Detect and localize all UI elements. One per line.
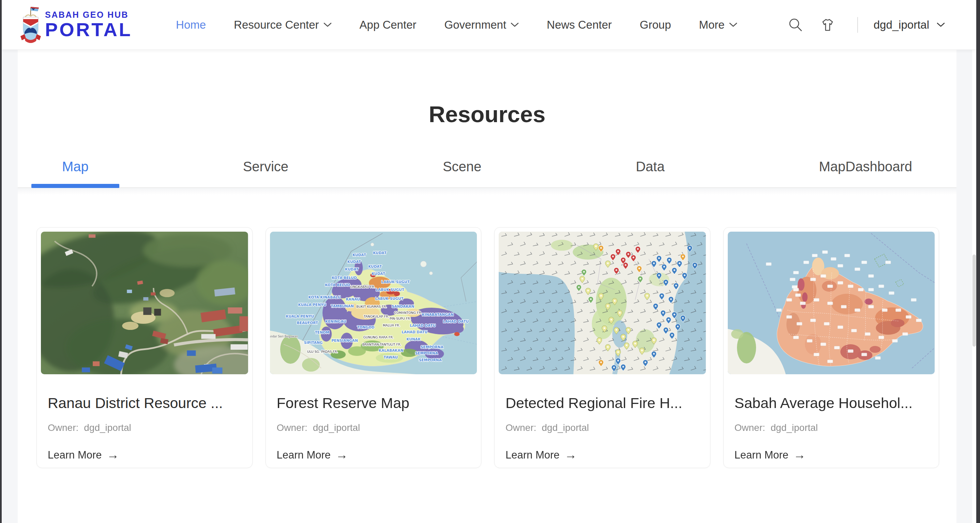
svg-text:KUDAT: KUDAT	[352, 253, 366, 257]
arrow-right-icon: →	[565, 449, 577, 461]
svg-text:KOTA BELUD: KOTA BELUD	[325, 283, 350, 287]
nav-item-government[interactable]: Government	[444, 18, 519, 31]
nav-item-more[interactable]: More	[699, 18, 737, 31]
learn-more-link[interactable]: Learn More →	[506, 449, 699, 461]
window-edge-right	[976, 0, 980, 523]
shirt-icon[interactable]	[821, 18, 835, 32]
arrow-right-icon: →	[336, 449, 348, 461]
card-owner: Owner: dgd_iportal	[506, 423, 699, 433]
svg-text:TAWAU: TAWAU	[383, 355, 398, 359]
resource-card-fire-hotspots[interactable]: Detected Regional Fire H... Owner: dgd_i…	[494, 227, 710, 468]
svg-text:KALABAKAN: KALABAKAN	[379, 348, 403, 352]
svg-text:TAMBUNAN: TAMBUNAN	[331, 304, 353, 308]
map-thumbnail-household-income	[728, 232, 935, 374]
header-actions: dgd_iportal	[788, 17, 945, 33]
resource-tabs: Map Service Scene Data MapDashboard	[18, 159, 956, 188]
resources-section: Resources Map Service Scene Data MapDash…	[18, 50, 956, 523]
svg-text:LINGKABAU FR.: LINGKABAU FR.	[350, 285, 375, 289]
vertical-scrollbar[interactable]	[972, 255, 976, 347]
svg-text:SEMPORNA: SEMPORNA	[418, 358, 442, 362]
svg-text:COMANTONG FR.: COMANTONG FR.	[394, 311, 422, 314]
owner-value: dgd_iportal	[84, 423, 131, 433]
user-menu[interactable]: dgd_iportal	[873, 18, 945, 31]
owner-label: Owner:	[48, 423, 78, 433]
owner-label: Owner:	[735, 423, 765, 433]
logo-line1: SABAH GEO HUB	[45, 11, 132, 19]
chevron-down-icon	[729, 22, 737, 27]
page-gutter-left	[2, 50, 18, 523]
card-owner: Owner: dgd_iportal	[735, 423, 928, 433]
svg-text:KUDAT: KUDAT	[373, 251, 387, 255]
chevron-down-icon	[937, 22, 945, 27]
svg-text:TONGOD: TONGOD	[357, 325, 374, 329]
card-title: Forest Reserve Map	[277, 395, 470, 411]
svg-text:TANGKULAP FR.: TANGKULAP FR.	[363, 314, 389, 318]
svg-text:LAHAD DATU: LAHAD DATU	[401, 330, 428, 334]
card-title: Ranau District Resource ...	[48, 395, 241, 411]
main-nav: Home Resource Center App Center Governme…	[132, 18, 737, 31]
map-thumbnail-forest-reserve: KUDATKUDATKUDATKUDATKUDATKUDATKOTA BELUD…	[270, 232, 477, 374]
svg-text:KOTA BELUD: KOTA BELUD	[332, 276, 357, 280]
search-icon[interactable]	[788, 18, 803, 32]
owner-label: Owner:	[506, 423, 536, 433]
svg-text:KUDAT: KUDAT	[347, 260, 361, 264]
svg-text:KINABATANGAN: KINABATANGAN	[422, 313, 453, 317]
card-title: Detected Regional Fire H...	[506, 395, 699, 411]
resource-card-ranau[interactable]: Ranau District Resource ... Owner: dgd_i…	[37, 227, 253, 468]
svg-text:KUALA PENYU: KUALA PENYU	[286, 314, 314, 318]
resource-card-household-income[interactable]: Sabah Average Househol... Owner: dgd_ipo…	[723, 227, 939, 468]
svg-text:LAHAD DATU: LAHAD DATU	[443, 319, 469, 324]
tab-scene[interactable]: Scene	[443, 159, 481, 187]
owner-label: Owner:	[277, 423, 307, 433]
tab-mapdashboard[interactable]: MapDashboard	[819, 159, 913, 187]
svg-text:SANDAKAN: SANDAKAN	[392, 304, 414, 308]
svg-text:TENOM: TENOM	[315, 330, 329, 334]
svg-text:KUALA PENYU: KUALA PENYU	[298, 303, 326, 307]
svg-text:LABUK SUGUT: LABUK SUGUT	[375, 288, 404, 292]
nav-item-app-center[interactable]: App Center	[360, 18, 417, 31]
svg-text:SEMPORNA: SEMPORNA	[420, 345, 444, 349]
tab-map[interactable]: Map	[62, 159, 89, 187]
logo-line2: PORTAL	[45, 20, 132, 39]
svg-text:PIN-SUPU FR.: PIN-SUPU FR.	[390, 317, 411, 320]
svg-text:Bandar Seri Begawan: Bandar Seri Begawan	[270, 335, 298, 338]
tab-service[interactable]: Service	[243, 159, 288, 187]
svg-text:ULU SG. PADAS FR.: ULU SG. PADAS FR.	[307, 350, 338, 354]
learn-more-link[interactable]: Learn More →	[735, 449, 928, 461]
card-owner: Owner: dgd_iportal	[277, 423, 470, 433]
card-title: Sabah Average Househol...	[735, 395, 928, 411]
map-thumbnail-fire-hotspots	[499, 232, 706, 374]
tab-data[interactable]: Data	[636, 159, 665, 187]
nav-item-group[interactable]: Group	[640, 18, 671, 31]
svg-text:BEAUFORT: BEAUFORT	[297, 321, 318, 325]
sabah-geo-hub-logo[interactable]: SABAH GEO HUB PORTAL	[20, 5, 132, 45]
card-owner: Owner: dgd_iportal	[48, 423, 241, 433]
window-edge-left	[0, 0, 2, 523]
portal-page: SABAH GEO HUB PORTAL Home Resource Cente…	[2, 0, 976, 523]
svg-text:LAHAD DATU: LAHAD DATU	[410, 324, 436, 327]
nav-item-resource-center[interactable]: Resource Center	[234, 18, 331, 31]
svg-text:KENINGAU: KENINGAU	[325, 319, 346, 324]
header-divider	[857, 17, 858, 33]
owner-value: dgd_iportal	[542, 423, 589, 433]
svg-text:KUDAT: KUDAT	[345, 267, 359, 271]
learn-more-link[interactable]: Learn More →	[48, 449, 241, 461]
resource-card-forest-reserve[interactable]: KUDATKUDATKUDATKUDATKUDATKUDATKOTA BELUD…	[266, 227, 482, 468]
nav-item-news-center[interactable]: News Center	[547, 18, 612, 31]
logo-text: SABAH GEO HUB PORTAL	[45, 11, 132, 39]
page-body: Resources Map Service Scene Data MapDash…	[2, 50, 976, 523]
learn-more-link[interactable]: Learn More →	[277, 449, 470, 461]
user-name: dgd_iportal	[873, 18, 929, 31]
top-navigation-bar: SABAH GEO HUB PORTAL Home Resource Cente…	[2, 0, 976, 50]
svg-text:KUDAT: KUDAT	[372, 271, 385, 276]
tabs-shadow	[18, 188, 956, 195]
page-gutter-right	[956, 50, 972, 523]
svg-text:SIPITANG: SIPITANG	[304, 340, 323, 344]
svg-text:BUKIT KUAMAS FR.: BUKIT KUAMAS FR.	[356, 305, 387, 308]
owner-value: dgd_iportal	[771, 423, 818, 433]
owner-value: dgd_iportal	[313, 423, 360, 433]
nav-item-home[interactable]: Home	[176, 18, 206, 31]
svg-text:RANAU: RANAU	[346, 297, 360, 301]
chevron-down-icon	[323, 22, 332, 27]
svg-text:MALUA FR.: MALUA FR.	[382, 324, 400, 327]
